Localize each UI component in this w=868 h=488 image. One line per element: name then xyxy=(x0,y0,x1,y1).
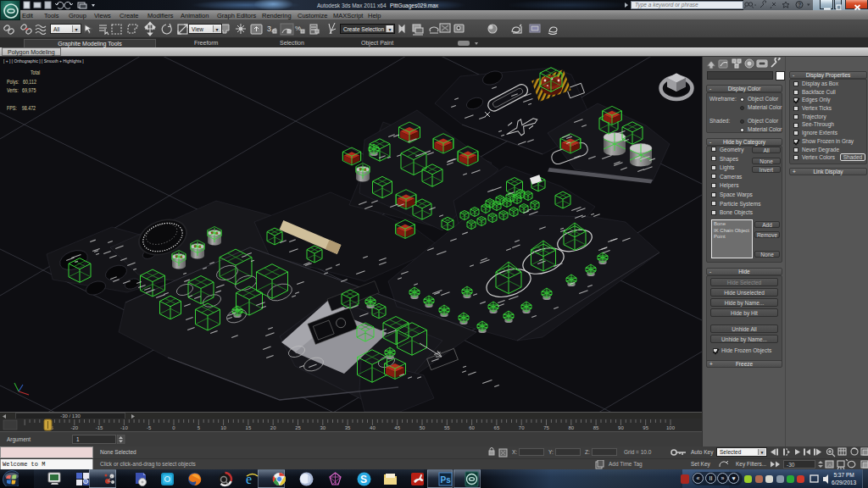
svg-text:60: 60 xyxy=(469,425,475,430)
svg-text:S: S xyxy=(360,474,367,485)
svg-text:-5: -5 xyxy=(147,425,152,430)
svg-text:85: 85 xyxy=(593,425,599,430)
svg-text:70: 70 xyxy=(519,425,525,430)
svg-text:-20: -20 xyxy=(70,425,78,430)
svg-text:10: 10 xyxy=(220,425,226,430)
svg-text:90: 90 xyxy=(618,425,624,430)
svg-text:35: 35 xyxy=(345,425,351,430)
svg-text:15: 15 xyxy=(246,425,252,430)
svg-text:45: 45 xyxy=(394,425,400,430)
svg-text:50: 50 xyxy=(420,425,426,430)
svg-text:55: 55 xyxy=(444,425,450,430)
svg-text:40: 40 xyxy=(370,425,376,430)
svg-text:20: 20 xyxy=(270,425,276,430)
svg-text:100: 100 xyxy=(666,425,676,430)
svg-text:-10: -10 xyxy=(120,425,128,430)
svg-text:30: 30 xyxy=(320,425,326,430)
svg-text:95: 95 xyxy=(643,425,648,430)
svg-text:25: 25 xyxy=(295,425,301,430)
svg-text:%: % xyxy=(295,25,301,32)
svg-text:?: ? xyxy=(798,2,801,8)
svg-text:75: 75 xyxy=(543,425,549,430)
svg-text:65: 65 xyxy=(494,425,500,430)
svg-text:Ps: Ps xyxy=(441,475,452,485)
svg-text:3: 3 xyxy=(267,25,271,33)
svg-text:-15: -15 xyxy=(96,425,103,430)
svg-text:80: 80 xyxy=(568,425,574,430)
